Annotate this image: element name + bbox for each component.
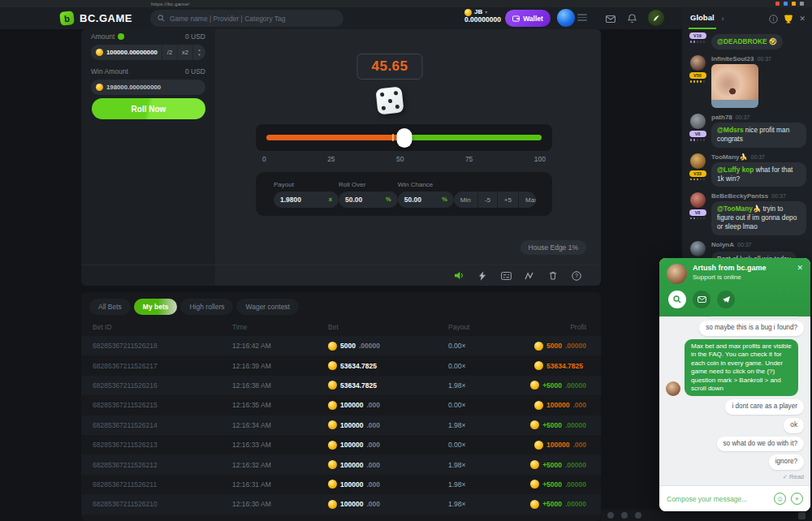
search-icon bbox=[673, 295, 681, 304]
level-dots bbox=[690, 41, 706, 43]
support-agent-photo bbox=[667, 264, 687, 284]
bet-amount-input[interactable]: 100000.00000000 bbox=[91, 49, 162, 56]
chat-channel-selector[interactable]: Global bbox=[689, 8, 716, 29]
support-close-icon[interactable]: ✕ bbox=[797, 264, 803, 272]
user-mention[interactable]: @Luffy kop bbox=[717, 166, 754, 174]
win-chance-input[interactable]: 50.00% bbox=[398, 192, 454, 208]
table-row[interactable]: 6828536721152621712:16:39 AM 53634.7825 … bbox=[81, 355, 601, 375]
amount-stepper[interactable]: ▲▼ bbox=[192, 45, 205, 60]
chat-close-icon[interactable]: ✕ bbox=[799, 15, 806, 23]
help-icon[interactable]: ? bbox=[570, 269, 583, 282]
balance-selector[interactable]: JB▾ 0.00000000 bbox=[464, 9, 501, 24]
send-icon[interactable] bbox=[798, 512, 806, 519]
contest-trophy-icon[interactable] bbox=[784, 15, 793, 24]
chat-rules-info-icon[interactable]: i bbox=[769, 15, 778, 24]
wallet-icon bbox=[512, 15, 520, 22]
slider-handle[interactable] bbox=[396, 128, 412, 148]
search-input[interactable] bbox=[170, 15, 336, 23]
chat-input-bar[interactable] bbox=[601, 510, 812, 521]
coin-icon bbox=[534, 342, 543, 351]
table-row[interactable]: 6828536721152621412:16:34 AM 100000.000 … bbox=[81, 416, 601, 435]
emoji-smiley-icon[interactable]: ☺ bbox=[774, 493, 786, 505]
user-mention[interactable]: @DEADBROKE bbox=[717, 37, 767, 45]
tab-all-bets[interactable]: All Bets bbox=[89, 299, 131, 315]
username[interactable]: NolynA bbox=[711, 241, 734, 248]
plus-5-button[interactable]: +5 bbox=[497, 192, 518, 208]
avatar[interactable] bbox=[690, 153, 706, 169]
support-email-button[interactable] bbox=[693, 291, 710, 308]
table-row[interactable]: 6828536721152621512:16:35 AM 100000.000 … bbox=[81, 395, 601, 415]
emoji-icon[interactable] bbox=[607, 512, 614, 519]
gif-icon[interactable] bbox=[621, 512, 628, 519]
game-search[interactable] bbox=[150, 10, 343, 27]
support-telegram-button[interactable] bbox=[717, 291, 735, 308]
level-dots bbox=[690, 80, 706, 83]
username[interactable]: path78 bbox=[711, 114, 732, 121]
roll-now-button[interactable]: Roll Now bbox=[92, 98, 205, 119]
avatar[interactable] bbox=[690, 241, 706, 256]
dice-game-panel: Amount 0 USD 100000.00000000 /2 x2 ▲▼ Wi… bbox=[81, 29, 601, 286]
bcgame-logo[interactable]: b BC.GAME bbox=[60, 11, 132, 25]
bcgame-logo-icon: b bbox=[59, 11, 75, 26]
level-dots bbox=[690, 179, 706, 181]
tab-wager-contest[interactable]: Wager contest bbox=[236, 299, 299, 315]
game-parameters: Payout 1.9800x Roll Over 50.00% Win Chan… bbox=[256, 172, 552, 216]
win-amount-field[interactable]: 198000.000000000 bbox=[91, 80, 205, 95]
support-compose-input[interactable] bbox=[667, 495, 769, 503]
chat-message: V8 path7800:37 @Mdsrs nice profit man co… bbox=[688, 114, 806, 147]
avatar[interactable] bbox=[690, 114, 706, 129]
hotkeys-icon[interactable] bbox=[499, 269, 512, 282]
messages-icon[interactable] bbox=[604, 12, 617, 25]
table-row[interactable]: 6828536721152621312:16:33 AM 100000.000 … bbox=[81, 435, 601, 454]
turbo-bolt-icon[interactable] bbox=[476, 269, 489, 282]
amount-label: Amount bbox=[91, 32, 124, 41]
notifications-bell-icon[interactable] bbox=[625, 12, 638, 25]
username[interactable]: BeBeBeckyPantss bbox=[711, 192, 768, 200]
tab-high-rollers[interactable]: High rollers bbox=[180, 299, 233, 315]
sound-icon[interactable] bbox=[452, 269, 465, 282]
coin-icon bbox=[328, 381, 337, 390]
search-icon bbox=[158, 15, 165, 22]
table-body: 6828536721152621812:16:42 AM 5000.00000 … bbox=[81, 336, 601, 515]
user-mention[interactable]: @Mdsrs bbox=[717, 126, 744, 134]
username[interactable]: TooMany🍌 bbox=[711, 153, 748, 161]
min-button[interactable]: Min bbox=[454, 192, 477, 208]
max-button[interactable]: Max bbox=[518, 192, 536, 208]
minus-5-button[interactable]: -5 bbox=[477, 192, 497, 208]
table-row[interactable]: 6828536721152621112:16:31 AM 100000.000 … bbox=[81, 475, 601, 494]
user-avatar[interactable] bbox=[557, 9, 575, 27]
table-row[interactable]: 6828536721152621012:16:30 AM 100000.000 … bbox=[81, 494, 601, 514]
roll-over-input[interactable]: 50.00% bbox=[339, 192, 398, 208]
chevron-right-icon[interactable]: › bbox=[722, 15, 724, 23]
attach-plus-icon[interactable]: + bbox=[791, 493, 803, 505]
chat-message: V19 @DEADBROKE 🤣 bbox=[688, 32, 806, 50]
chat-image-crying-baby[interactable] bbox=[711, 64, 758, 108]
double-bet-button[interactable]: x2 bbox=[177, 45, 192, 60]
stats-trend-icon[interactable] bbox=[523, 269, 536, 282]
clear-data-trash-icon[interactable] bbox=[546, 269, 559, 282]
support-search-button[interactable] bbox=[668, 291, 686, 308]
support-message-user: ok bbox=[784, 418, 804, 433]
table-row[interactable]: 6828536721152621212:16:32 AM 100000.000 … bbox=[81, 454, 601, 474]
avatar[interactable] bbox=[690, 192, 706, 208]
half-bet-button[interactable]: /2 bbox=[162, 45, 177, 60]
dice-icon bbox=[375, 86, 404, 114]
coin-icon bbox=[96, 84, 103, 91]
username[interactable]: InfiniteSoul23 bbox=[711, 55, 754, 62]
currency-swap-icon[interactable] bbox=[118, 33, 124, 40]
roll-slider-track[interactable] bbox=[266, 135, 542, 140]
table-row[interactable]: 6828536721152621612:16:38 AM 53634.7825 … bbox=[81, 376, 601, 395]
user-mention[interactable]: @TooMany🍌 bbox=[717, 205, 761, 213]
coin-drop-icon[interactable] bbox=[635, 512, 641, 519]
url-bar[interactable]: https://bc.game/ bbox=[151, 2, 190, 6]
tab-my-bets[interactable]: My bets bbox=[134, 299, 178, 315]
payout-input[interactable]: 1.9800x bbox=[274, 192, 339, 208]
profile-menu-icon[interactable] bbox=[577, 14, 587, 21]
bet-controls-panel: Amount 0 USD 100000.00000000 /2 x2 ▲▼ Wi… bbox=[81, 29, 215, 286]
table-row[interactable]: 6828536721152621812:16:42 AM 5000.00000 … bbox=[81, 336, 601, 355]
support-agent-photo bbox=[666, 381, 680, 396]
avatar[interactable] bbox=[690, 55, 706, 71]
support-agent-avatar[interactable] bbox=[648, 10, 664, 26]
step-down-icon: ▼ bbox=[197, 53, 201, 57]
wallet-button[interactable]: Wallet bbox=[505, 10, 551, 27]
